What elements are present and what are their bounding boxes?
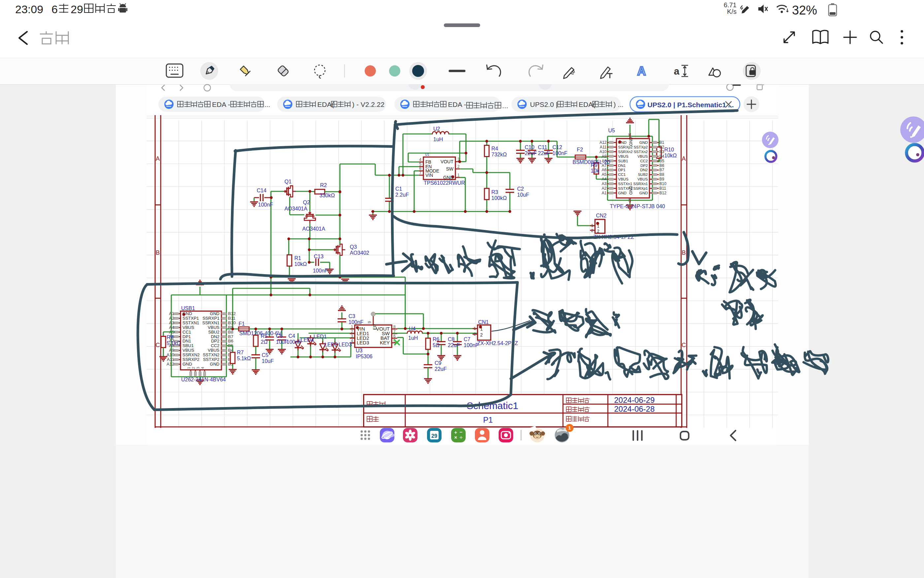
svg-text:B: B: [682, 249, 686, 256]
svg-text:C7: C7: [464, 336, 471, 342]
svg-text:Q3: Q3: [350, 244, 357, 250]
svg-text:A12: A12: [599, 140, 607, 145]
svg-text:AO3401A: AO3401A: [284, 206, 308, 211]
svg-text:330kΩ: 330kΩ: [320, 193, 335, 198]
svg-text:VBUS: VBUS: [182, 348, 194, 353]
svg-text:C9: C9: [435, 360, 442, 366]
svg-text:EDA -: EDA -: [448, 101, 466, 108]
svg-text:DN1: DN1: [618, 164, 626, 167]
svg-text:2: 2: [591, 228, 593, 233]
svg-text:7: 7: [419, 170, 421, 175]
svg-text:A11: A11: [167, 357, 174, 362]
svg-text:DN1: DN1: [182, 338, 191, 343]
svg-text:2024-06-28: 2024-06-28: [614, 404, 655, 413]
svg-text:C1: C1: [395, 186, 402, 192]
svg-text:USB1: USB1: [181, 305, 195, 311]
svg-text:VBUS: VBUS: [208, 325, 220, 330]
svg-text:P1: P1: [483, 416, 493, 424]
svg-text:C: C: [682, 342, 686, 348]
svg-text:EP: EP: [372, 324, 377, 330]
svg-text:SSRXN2: SSRXN2: [182, 352, 200, 357]
svg-text:R2: R2: [320, 182, 327, 188]
svg-text:5Ω: 5Ω: [433, 343, 440, 348]
svg-text:IP5306: IP5306: [356, 354, 373, 359]
svg-text:C14: C14: [257, 188, 266, 193]
svg-text:732kΩ: 732kΩ: [491, 152, 507, 157]
svg-text:100nF: 100nF: [313, 268, 328, 273]
svg-text:DP1: DP1: [618, 168, 625, 172]
svg-text:6: 6: [52, 3, 58, 16]
svg-text:100nF: 100nF: [464, 343, 479, 348]
svg-text:22uF: 22uF: [448, 343, 460, 348]
svg-text:100nF: 100nF: [258, 202, 273, 208]
svg-text:1uH: 1uH: [433, 136, 443, 142]
svg-text:3: 3: [351, 334, 353, 338]
svg-text:C11: C11: [538, 144, 547, 150]
svg-text:) ...: ) ...: [614, 101, 624, 108]
svg-text:1uH: 1uH: [408, 335, 418, 341]
svg-text:4: 4: [201, 367, 205, 369]
svg-text:A9: A9: [169, 348, 174, 353]
svg-text:5: 5: [419, 162, 421, 167]
svg-text:−: −: [460, 429, 463, 435]
svg-text:B12: B12: [659, 191, 667, 195]
svg-text:÷: ÷: [460, 435, 462, 440]
svg-text:CC2: CC2: [640, 159, 648, 163]
svg-text:4: 4: [419, 157, 421, 162]
svg-text:6: 6: [393, 334, 396, 338]
svg-text:22uF: 22uF: [435, 366, 447, 372]
svg-text:22uF: 22uF: [525, 151, 537, 156]
svg-text:1: 1: [568, 425, 571, 430]
svg-text:SSRXP2: SSRXP2: [182, 357, 199, 362]
svg-text:B12: B12: [228, 311, 235, 316]
svg-text:SSTXp2: SSTXp2: [633, 145, 648, 149]
svg-text:B10: B10: [228, 320, 235, 325]
svg-text:B9: B9: [659, 177, 664, 182]
svg-text:SSTXn1: SSTXn1: [618, 182, 632, 186]
svg-text:AO3402: AO3402: [350, 250, 369, 256]
svg-text:A11: A11: [600, 145, 607, 149]
svg-text:1: 1: [474, 326, 476, 331]
svg-text:A4: A4: [602, 177, 607, 182]
svg-text:UPS2.0 | P1.Schematic1 ...: UPS2.0 | P1.Schematic1 ...: [648, 101, 734, 109]
svg-text:100nF: 100nF: [349, 319, 364, 325]
svg-text:SSRXp1: SSRXp1: [633, 187, 648, 190]
svg-text:U2: U2: [433, 126, 440, 132]
svg-text:DN2: DN2: [211, 334, 219, 339]
svg-text:C5: C5: [262, 352, 269, 358]
svg-text:CC1: CC1: [618, 172, 626, 177]
svg-text:26: 26: [628, 198, 632, 202]
svg-text:B11: B11: [228, 316, 235, 321]
svg-text:...: ...: [264, 101, 270, 108]
svg-text:A: A: [682, 155, 686, 162]
svg-text:LED1: LED1: [313, 334, 327, 339]
svg-text:A2: A2: [602, 186, 607, 191]
svg-text:8: 8: [393, 325, 396, 329]
svg-text:GND: GND: [639, 141, 648, 144]
svg-text:5.1kΩ: 5.1kΩ: [167, 341, 180, 346]
svg-text:GND: GND: [182, 362, 192, 367]
svg-text:2: 2: [597, 229, 599, 234]
svg-text:C13: C13: [314, 254, 323, 259]
svg-text:B6: B6: [659, 163, 664, 168]
svg-text:A: A: [637, 64, 646, 78]
svg-text:SUB2: SUB2: [638, 172, 648, 177]
svg-text:R5: R5: [261, 333, 268, 339]
svg-text:R4: R4: [491, 146, 498, 151]
svg-text:F1: F1: [239, 321, 245, 326]
svg-text:B2: B2: [659, 145, 664, 149]
svg-text:C3: C3: [349, 313, 356, 319]
svg-text:2: 2: [192, 367, 195, 369]
svg-text:B7: B7: [228, 334, 233, 339]
svg-text:100nF: 100nF: [552, 151, 568, 156]
svg-text:1: 1: [351, 325, 353, 329]
svg-text:VBUS: VBUS: [638, 177, 648, 181]
svg-text:LED3: LED3: [357, 340, 369, 346]
svg-text:10uF: 10uF: [262, 358, 274, 364]
svg-text:U4: U4: [409, 326, 416, 331]
svg-text:C8: C8: [448, 336, 455, 342]
svg-text:GND: GND: [628, 186, 633, 195]
svg-text:B5: B5: [659, 159, 664, 163]
svg-text:R7: R7: [237, 350, 244, 355]
svg-text:DP1: DP1: [182, 334, 191, 339]
